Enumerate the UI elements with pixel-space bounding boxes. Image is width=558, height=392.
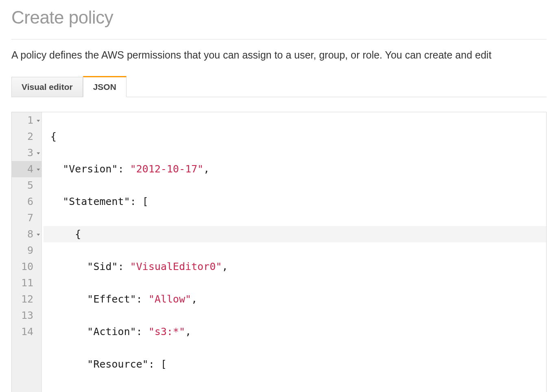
line-number: 14 (21, 326, 33, 338)
code-line: "Version": "2012-10-17", (44, 161, 546, 177)
line-number: 7 (27, 212, 33, 224)
line-number: 6 (27, 196, 33, 207)
line-number: 2 (27, 131, 33, 142)
code-line: "Resource": [ (44, 356, 546, 372)
divider (11, 39, 547, 39)
policy-description: A policy defines the AWS permissions tha… (11, 49, 547, 61)
line-number: 12 (21, 293, 33, 305)
code-line: "Sid": "VisualEditor0", (44, 259, 546, 275)
editor-code[interactable]: { "Version": "2012-10-17", "Statement": … (42, 112, 546, 392)
line-number: 11 (21, 277, 33, 289)
fold-icon[interactable] (37, 152, 40, 155)
editor-tabs: Visual editor JSON (11, 76, 547, 97)
json-editor[interactable]: 1 2 3 4 5 6 7 8 9 10 11 12 13 14 { "Vers… (11, 112, 547, 392)
line-number: 9 (27, 244, 33, 256)
editor-gutter: 1 2 3 4 5 6 7 8 9 10 11 12 13 14 (12, 112, 42, 392)
line-number: 1 (27, 114, 33, 126)
line-number: 8 (27, 228, 33, 240)
line-number: 3 (27, 147, 33, 159)
tab-json[interactable]: JSON (83, 76, 126, 97)
tab-visual-editor[interactable]: Visual editor (11, 77, 83, 97)
code-line: "Effect": "Allow", (44, 291, 546, 307)
fold-icon[interactable] (37, 234, 40, 236)
line-number: 4 (27, 163, 33, 175)
code-line: "arn:aws:s3:::maven-repo-tutorial.asimio… (44, 389, 546, 392)
line-number: 10 (21, 261, 33, 272)
code-line: "Action": "s3:*", (44, 324, 546, 340)
line-number: 5 (27, 179, 33, 191)
fold-icon[interactable] (37, 120, 40, 122)
code-line: { (44, 226, 546, 242)
line-number: 13 (21, 309, 33, 321)
code-line: { (44, 128, 546, 145)
page-title: Create policy (11, 7, 547, 28)
fold-icon[interactable] (37, 169, 40, 171)
code-line: "Statement": [ (44, 194, 546, 210)
